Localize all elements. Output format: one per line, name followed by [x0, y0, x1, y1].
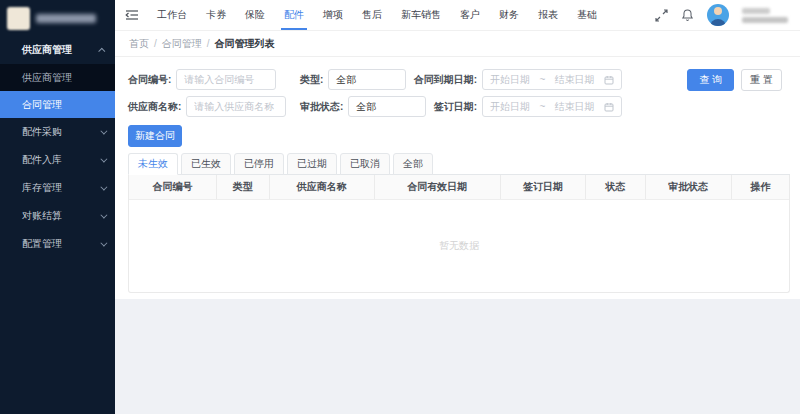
table-body: 暂无数据: [129, 200, 789, 292]
nav-item-basics[interactable]: 基础: [577, 0, 597, 30]
sidebar-item-inventory-management[interactable]: 库存管理: [0, 174, 115, 202]
chevron-down-icon: [100, 155, 107, 162]
sidebar-item-parts-inbound[interactable]: 配件入库: [0, 146, 115, 174]
col-actions: 操作: [732, 175, 789, 199]
approval-status-select[interactable]: 全部: [348, 96, 426, 117]
filter-approval-status: 审批状态: 全部: [300, 96, 426, 117]
sidebar-item-configuration[interactable]: 配置管理: [0, 230, 115, 258]
contract-no-input[interactable]: [176, 69, 276, 90]
col-sign-date: 签订日期: [501, 175, 587, 199]
filter-type: 类型: 全部: [300, 69, 406, 90]
filter-supplier-name: 供应商名称:: [128, 96, 300, 117]
type-label: 类型:: [300, 73, 323, 87]
filter-row-1: 合同编号: 类型: 全部 合同到期日期: 开始日期 ~ 结束日期: [128, 66, 790, 93]
app-root: 供应商管理 供应商管理 合同管理 配件采购 配件入库 库存管理: [0, 0, 800, 414]
status-tabs: 未生效 已生效 已停用 已过期 已取消 全部: [128, 153, 790, 175]
chevron-down-icon: [100, 211, 107, 218]
expire-date-label: 合同到期日期:: [414, 73, 477, 87]
col-contract-no: 合同编号: [129, 175, 217, 199]
breadcrumb-contract-list: 合同管理列表: [215, 37, 275, 51]
breadcrumb-contract-management[interactable]: 合同管理: [162, 37, 202, 51]
nav-item-finance[interactable]: 财务: [499, 0, 519, 30]
chevron-down-icon: [100, 239, 107, 246]
tab-suspended[interactable]: 已停用: [234, 153, 284, 175]
contracts-table: 合同编号 类型 供应商名称 合同有效日期 签订日期 状态 审批状态 操作 暂无数…: [128, 175, 790, 293]
sidebar-item-supplier-management-group[interactable]: 供应商管理: [0, 36, 115, 64]
end-date-placeholder: 结束日期: [555, 100, 595, 114]
empty-state-text: 暂无数据: [439, 239, 479, 253]
chevron-down-icon: [100, 127, 107, 134]
supplier-name-input[interactable]: [186, 96, 286, 117]
topbar-right: [655, 4, 788, 26]
supplier-name-label: 供应商名称:: [128, 100, 181, 114]
page-background: [115, 299, 800, 414]
breadcrumb-separator: /: [154, 38, 157, 49]
type-select[interactable]: 全部: [328, 69, 406, 90]
nav-item-parts[interactable]: 配件: [284, 0, 304, 30]
app-logo: [0, 0, 115, 36]
sidebar-item-label: 库存管理: [22, 181, 62, 195]
start-date-placeholder: 开始日期: [490, 100, 530, 114]
nav-item-customers[interactable]: 客户: [460, 0, 480, 30]
menu-fold-icon[interactable]: [125, 9, 139, 21]
col-type: 类型: [217, 175, 270, 199]
nav-item-addons[interactable]: 增项: [323, 0, 343, 30]
tab-expired[interactable]: 已过期: [287, 153, 337, 175]
nav-item-coupons[interactable]: 卡券: [206, 0, 226, 30]
tab-not-effective[interactable]: 未生效: [128, 153, 178, 175]
tab-cancelled[interactable]: 已取消: [340, 153, 390, 175]
sidebar-item-supplier-management[interactable]: 供应商管理: [0, 64, 115, 91]
start-date-placeholder: 开始日期: [490, 73, 530, 87]
sidebar-item-label: 合同管理: [22, 98, 62, 112]
filter-row-2: 供应商名称: 审批状态: 全部 签订日期: 开始日期 ~ 结束日期: [128, 93, 790, 120]
sidebar-item-contract-management[interactable]: 合同管理: [0, 91, 115, 118]
filter-contract-no: 合同编号:: [128, 69, 300, 90]
tab-effective[interactable]: 已生效: [181, 153, 231, 175]
table-header-row: 合同编号 类型 供应商名称 合同有效日期 签订日期 状态 审批状态 操作: [129, 175, 789, 200]
username-redacted[interactable]: [742, 8, 788, 23]
nav-item-reports[interactable]: 报表: [538, 0, 558, 30]
sidebar-item-label: 配置管理: [22, 237, 62, 251]
nav-item-insurance[interactable]: 保险: [245, 0, 265, 30]
approval-status-label: 审批状态:: [300, 100, 343, 114]
new-contract-button[interactable]: 新建合同: [128, 125, 182, 147]
col-status: 状态: [586, 175, 645, 199]
sidebar-menu: 供应商管理 供应商管理 合同管理 配件采购 配件入库 库存管理: [0, 36, 115, 258]
breadcrumb-separator: /: [207, 38, 210, 49]
sidebar-item-label: 配件入库: [22, 153, 62, 167]
sidebar-item-parts-purchase[interactable]: 配件采购: [0, 118, 115, 146]
nav-item-new-car-sales[interactable]: 新车销售: [401, 0, 441, 30]
expire-date-range-picker[interactable]: 开始日期 ~ 结束日期: [482, 69, 622, 90]
logo-text-redacted: [36, 14, 96, 23]
sidebar-item-label: 供应商管理: [22, 71, 72, 85]
top-header: 工作台 卡券 保险 配件 增项 售后 新车销售 客户 财务 报表 基础: [115, 0, 800, 31]
sign-date-range-picker[interactable]: 开始日期 ~ 结束日期: [482, 96, 622, 117]
nav-item-workbench[interactable]: 工作台: [157, 0, 187, 30]
top-nav: 工作台 卡券 保险 配件 增项 售后 新车销售 客户 财务 报表 基础: [157, 0, 597, 30]
chevron-up-icon: [98, 47, 105, 54]
search-button[interactable]: 查 询: [687, 69, 734, 91]
col-supplier-name: 供应商名称: [270, 175, 376, 199]
range-separator: ~: [539, 74, 545, 85]
sidebar-item-label: 配件采购: [22, 125, 62, 139]
breadcrumb: 首页 / 合同管理 / 合同管理列表: [115, 31, 800, 57]
filter-actions: 查 询 重 置: [687, 69, 782, 91]
breadcrumb-home[interactable]: 首页: [129, 37, 149, 51]
nav-item-aftersales[interactable]: 售后: [362, 0, 382, 30]
user-avatar[interactable]: [707, 4, 729, 26]
reset-button[interactable]: 重 置: [741, 69, 782, 91]
range-separator: ~: [539, 101, 545, 112]
logo-image: [7, 7, 30, 30]
col-valid-date: 合同有效日期: [375, 175, 500, 199]
tab-all[interactable]: 全部: [393, 153, 433, 175]
sidebar-item-label: 供应商管理: [22, 43, 72, 57]
sidebar-item-reconciliation[interactable]: 对账结算: [0, 202, 115, 230]
fullscreen-icon[interactable]: [655, 9, 668, 22]
sidebar: 供应商管理 供应商管理 合同管理 配件采购 配件入库 库存管理: [0, 0, 115, 414]
bell-icon[interactable]: [681, 8, 694, 22]
sign-date-label: 签订日期:: [434, 100, 477, 114]
contract-no-label: 合同编号:: [128, 73, 171, 87]
end-date-placeholder: 结束日期: [555, 73, 595, 87]
sidebar-item-label: 对账结算: [22, 209, 62, 223]
main-area: 工作台 卡券 保险 配件 增项 售后 新车销售 客户 财务 报表 基础: [115, 0, 800, 414]
